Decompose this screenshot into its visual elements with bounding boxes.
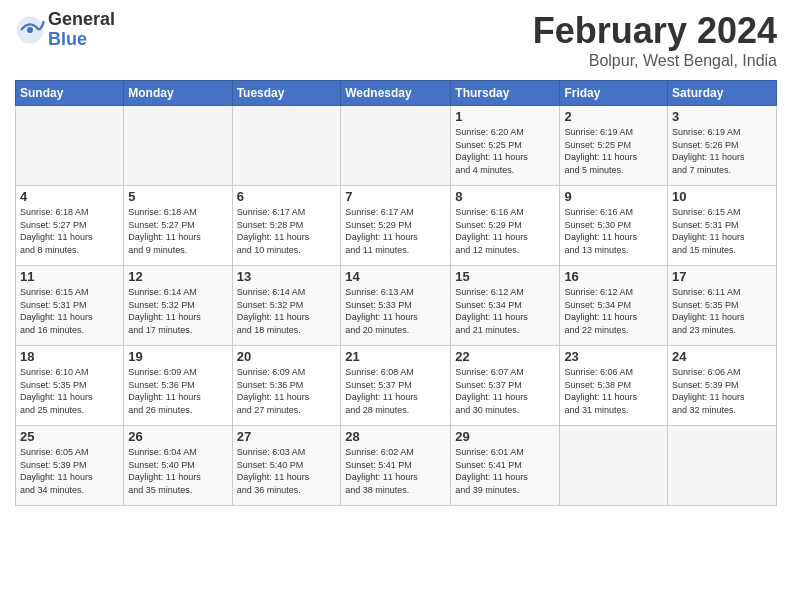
day-number: 26 (128, 429, 227, 444)
day-number: 27 (237, 429, 337, 444)
calendar-header-thursday: Thursday (451, 81, 560, 106)
calendar-week-3: 11Sunrise: 6:15 AM Sunset: 5:31 PM Dayli… (16, 266, 777, 346)
day-info: Sunrise: 6:02 AM Sunset: 5:41 PM Dayligh… (345, 446, 446, 496)
day-info: Sunrise: 6:13 AM Sunset: 5:33 PM Dayligh… (345, 286, 446, 336)
day-info: Sunrise: 6:01 AM Sunset: 5:41 PM Dayligh… (455, 446, 555, 496)
day-info: Sunrise: 6:14 AM Sunset: 5:32 PM Dayligh… (237, 286, 337, 336)
day-info: Sunrise: 6:17 AM Sunset: 5:29 PM Dayligh… (345, 206, 446, 256)
day-number: 20 (237, 349, 337, 364)
day-info: Sunrise: 6:18 AM Sunset: 5:27 PM Dayligh… (20, 206, 119, 256)
day-info: Sunrise: 6:06 AM Sunset: 5:39 PM Dayligh… (672, 366, 772, 416)
calendar-header-saturday: Saturday (668, 81, 777, 106)
calendar-header-friday: Friday (560, 81, 668, 106)
logo: General Blue (15, 10, 115, 50)
day-number: 16 (564, 269, 663, 284)
day-number: 5 (128, 189, 227, 204)
day-info: Sunrise: 6:16 AM Sunset: 5:30 PM Dayligh… (564, 206, 663, 256)
calendar-cell: 6Sunrise: 6:17 AM Sunset: 5:28 PM Daylig… (232, 186, 341, 266)
day-number: 4 (20, 189, 119, 204)
day-number: 9 (564, 189, 663, 204)
main-title: February 2024 (533, 10, 777, 52)
day-number: 24 (672, 349, 772, 364)
day-info: Sunrise: 6:03 AM Sunset: 5:40 PM Dayligh… (237, 446, 337, 496)
logo-blue: Blue (48, 29, 87, 49)
day-number: 3 (672, 109, 772, 124)
calendar-cell: 28Sunrise: 6:02 AM Sunset: 5:41 PM Dayli… (341, 426, 451, 506)
calendar-cell: 16Sunrise: 6:12 AM Sunset: 5:34 PM Dayli… (560, 266, 668, 346)
calendar-cell: 26Sunrise: 6:04 AM Sunset: 5:40 PM Dayli… (124, 426, 232, 506)
day-number: 15 (455, 269, 555, 284)
day-number: 18 (20, 349, 119, 364)
day-info: Sunrise: 6:17 AM Sunset: 5:28 PM Dayligh… (237, 206, 337, 256)
calendar-cell: 27Sunrise: 6:03 AM Sunset: 5:40 PM Dayli… (232, 426, 341, 506)
day-number: 21 (345, 349, 446, 364)
day-number: 2 (564, 109, 663, 124)
day-number: 28 (345, 429, 446, 444)
calendar-cell (560, 426, 668, 506)
calendar-cell: 14Sunrise: 6:13 AM Sunset: 5:33 PM Dayli… (341, 266, 451, 346)
logo-text: General Blue (48, 10, 115, 50)
calendar-cell: 5Sunrise: 6:18 AM Sunset: 5:27 PM Daylig… (124, 186, 232, 266)
day-info: Sunrise: 6:09 AM Sunset: 5:36 PM Dayligh… (237, 366, 337, 416)
calendar-cell: 18Sunrise: 6:10 AM Sunset: 5:35 PM Dayli… (16, 346, 124, 426)
calendar-week-1: 1Sunrise: 6:20 AM Sunset: 5:25 PM Daylig… (16, 106, 777, 186)
calendar-header-monday: Monday (124, 81, 232, 106)
calendar-cell: 17Sunrise: 6:11 AM Sunset: 5:35 PM Dayli… (668, 266, 777, 346)
day-info: Sunrise: 6:16 AM Sunset: 5:29 PM Dayligh… (455, 206, 555, 256)
day-info: Sunrise: 6:19 AM Sunset: 5:25 PM Dayligh… (564, 126, 663, 176)
day-number: 23 (564, 349, 663, 364)
day-number: 29 (455, 429, 555, 444)
day-info: Sunrise: 6:19 AM Sunset: 5:26 PM Dayligh… (672, 126, 772, 176)
day-number: 22 (455, 349, 555, 364)
day-info: Sunrise: 6:08 AM Sunset: 5:37 PM Dayligh… (345, 366, 446, 416)
calendar-cell (16, 106, 124, 186)
day-info: Sunrise: 6:18 AM Sunset: 5:27 PM Dayligh… (128, 206, 227, 256)
day-info: Sunrise: 6:20 AM Sunset: 5:25 PM Dayligh… (455, 126, 555, 176)
calendar-cell: 23Sunrise: 6:06 AM Sunset: 5:38 PM Dayli… (560, 346, 668, 426)
logo-icon (15, 15, 45, 45)
calendar-cell (668, 426, 777, 506)
header: General Blue February 2024 Bolpur, West … (15, 10, 777, 70)
calendar-header-sunday: Sunday (16, 81, 124, 106)
day-number: 25 (20, 429, 119, 444)
calendar-cell: 20Sunrise: 6:09 AM Sunset: 5:36 PM Dayli… (232, 346, 341, 426)
day-info: Sunrise: 6:12 AM Sunset: 5:34 PM Dayligh… (564, 286, 663, 336)
day-info: Sunrise: 6:11 AM Sunset: 5:35 PM Dayligh… (672, 286, 772, 336)
day-number: 14 (345, 269, 446, 284)
calendar-header-row: SundayMondayTuesdayWednesdayThursdayFrid… (16, 81, 777, 106)
calendar-cell: 11Sunrise: 6:15 AM Sunset: 5:31 PM Dayli… (16, 266, 124, 346)
day-info: Sunrise: 6:14 AM Sunset: 5:32 PM Dayligh… (128, 286, 227, 336)
day-number: 17 (672, 269, 772, 284)
day-info: Sunrise: 6:04 AM Sunset: 5:40 PM Dayligh… (128, 446, 227, 496)
calendar-header-tuesday: Tuesday (232, 81, 341, 106)
day-number: 12 (128, 269, 227, 284)
calendar-cell (124, 106, 232, 186)
calendar-cell: 7Sunrise: 6:17 AM Sunset: 5:29 PM Daylig… (341, 186, 451, 266)
calendar-cell (341, 106, 451, 186)
calendar-cell: 13Sunrise: 6:14 AM Sunset: 5:32 PM Dayli… (232, 266, 341, 346)
calendar-cell: 12Sunrise: 6:14 AM Sunset: 5:32 PM Dayli… (124, 266, 232, 346)
calendar-cell: 8Sunrise: 6:16 AM Sunset: 5:29 PM Daylig… (451, 186, 560, 266)
calendar-week-4: 18Sunrise: 6:10 AM Sunset: 5:35 PM Dayli… (16, 346, 777, 426)
calendar-cell: 3Sunrise: 6:19 AM Sunset: 5:26 PM Daylig… (668, 106, 777, 186)
calendar-week-2: 4Sunrise: 6:18 AM Sunset: 5:27 PM Daylig… (16, 186, 777, 266)
calendar-cell: 25Sunrise: 6:05 AM Sunset: 5:39 PM Dayli… (16, 426, 124, 506)
logo-general: General (48, 10, 115, 30)
calendar-cell: 24Sunrise: 6:06 AM Sunset: 5:39 PM Dayli… (668, 346, 777, 426)
day-number: 1 (455, 109, 555, 124)
calendar-cell: 1Sunrise: 6:20 AM Sunset: 5:25 PM Daylig… (451, 106, 560, 186)
day-number: 7 (345, 189, 446, 204)
calendar-cell: 4Sunrise: 6:18 AM Sunset: 5:27 PM Daylig… (16, 186, 124, 266)
day-info: Sunrise: 6:10 AM Sunset: 5:35 PM Dayligh… (20, 366, 119, 416)
day-info: Sunrise: 6:15 AM Sunset: 5:31 PM Dayligh… (672, 206, 772, 256)
svg-point-1 (27, 27, 33, 33)
calendar-cell: 22Sunrise: 6:07 AM Sunset: 5:37 PM Dayli… (451, 346, 560, 426)
day-number: 19 (128, 349, 227, 364)
calendar-header-wednesday: Wednesday (341, 81, 451, 106)
calendar-cell: 29Sunrise: 6:01 AM Sunset: 5:41 PM Dayli… (451, 426, 560, 506)
calendar-cell: 2Sunrise: 6:19 AM Sunset: 5:25 PM Daylig… (560, 106, 668, 186)
calendar-cell: 21Sunrise: 6:08 AM Sunset: 5:37 PM Dayli… (341, 346, 451, 426)
day-number: 13 (237, 269, 337, 284)
day-info: Sunrise: 6:15 AM Sunset: 5:31 PM Dayligh… (20, 286, 119, 336)
day-number: 11 (20, 269, 119, 284)
